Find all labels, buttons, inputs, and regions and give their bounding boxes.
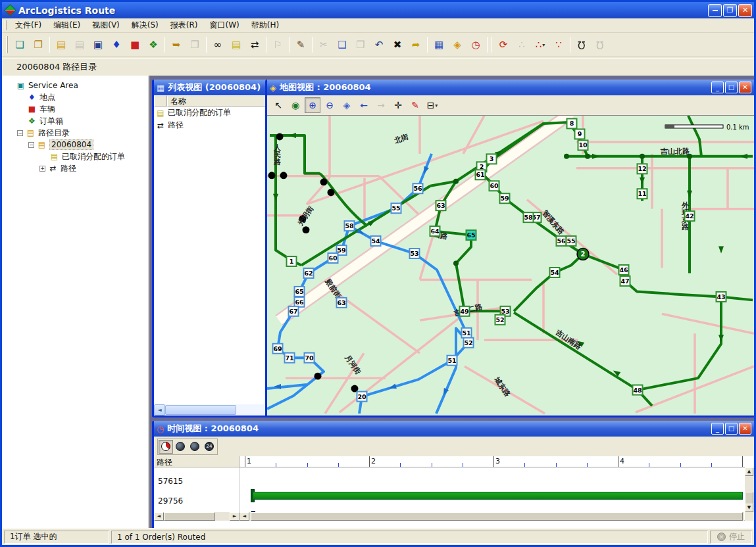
- assign-orders-button[interactable]: ➥: [168, 37, 185, 53]
- toolbar-grip[interactable]: [6, 36, 8, 53]
- zoom-in-button[interactable]: ⊕: [305, 97, 320, 113]
- stop-marker-69[interactable]: 69: [273, 344, 283, 354]
- stop-marker-8[interactable]: 8: [567, 118, 577, 128]
- tree-item-locations[interactable]: ♦地点: [2, 91, 148, 103]
- stop-marker-49[interactable]: 49: [460, 306, 470, 316]
- pan-hand-button[interactable]: ✛: [390, 97, 406, 113]
- undo-button[interactable]: ↶: [370, 37, 388, 53]
- scroll-up-icon[interactable]: ▲: [745, 467, 753, 476]
- stop-marker-66[interactable]: 66: [295, 297, 305, 307]
- delete-button[interactable]: ✖: [389, 37, 406, 53]
- tree-expander-icon[interactable]: +: [39, 166, 45, 172]
- scale-quarter-button[interactable]: [159, 440, 173, 454]
- orders-box-button[interactable]: ❖: [145, 37, 162, 53]
- vehicles-button[interactable]: ■: [126, 37, 143, 53]
- stop-marker-60[interactable]: 60: [490, 181, 499, 191]
- stop-marker-48[interactable]: 48: [633, 385, 643, 395]
- stop-button[interactable]: ✕ 停止: [710, 531, 752, 544]
- time-close-button[interactable]: ✕: [739, 423, 751, 435]
- scroll-left-icon[interactable]: ◄: [154, 512, 164, 521]
- menu-item-view[interactable]: 视图(V): [86, 18, 126, 33]
- stop-marker-59[interactable]: 59: [500, 193, 510, 203]
- map-close-button[interactable]: ✕: [739, 82, 751, 93]
- stop-marker-46[interactable]: 46: [619, 265, 629, 275]
- build-routes-button[interactable]: ⟳: [495, 37, 512, 53]
- stop-marker-10[interactable]: 10: [578, 140, 588, 150]
- restore-button[interactable]: ❐: [723, 4, 737, 17]
- zoom-to-selection-button[interactable]: ◈: [339, 97, 355, 113]
- scroll-down-icon[interactable]: ▼: [745, 504, 753, 512]
- find-button[interactable]: ∞: [209, 37, 226, 53]
- tree-item-label[interactable]: 订单箱: [39, 116, 63, 127]
- unassigned-stop-dot[interactable]: [320, 178, 328, 185]
- stop-marker-58[interactable]: 58: [345, 221, 355, 231]
- unassigned-stop-dot[interactable]: [328, 189, 335, 196]
- time-minimize-button[interactable]: _: [711, 423, 724, 435]
- paste-button[interactable]: ❒: [352, 37, 369, 53]
- stop-marker-65[interactable]: 65: [295, 287, 305, 297]
- scale-half-button[interactable]: [173, 440, 188, 454]
- cut-button[interactable]: ✂: [315, 37, 332, 53]
- stop-marker-1[interactable]: 1: [287, 256, 297, 266]
- full-extent-globe-button[interactable]: ◉: [288, 97, 303, 113]
- stop-marker-55[interactable]: 55: [567, 236, 576, 246]
- routes-column-header[interactable]: 路径: [154, 456, 239, 467]
- list-horizontal-scrollbar[interactable]: ◄: [154, 404, 266, 416]
- move-to-folder-button[interactable]: ➦: [407, 37, 424, 53]
- draw-pencil-button[interactable]: ✎: [407, 97, 423, 113]
- menu-item-file[interactable]: 文件(F): [9, 18, 47, 33]
- minimize-button[interactable]: [708, 4, 722, 17]
- stop-marker-61[interactable]: 61: [476, 170, 486, 179]
- lock-button[interactable]: Ω: [573, 37, 590, 53]
- stop-marker-47[interactable]: 47: [620, 276, 630, 286]
- properties-button[interactable]: ✎: [292, 37, 309, 53]
- time-maximize-button[interactable]: □: [725, 423, 738, 435]
- map-view-titlebar[interactable]: ◈ 地图视图 : 20060804 _ □ ✕: [267, 80, 754, 95]
- tree-item-label[interactable]: 已取消分配的订单: [62, 151, 125, 162]
- tree-item-folder-20060804[interactable]: −▤20060804: [2, 139, 148, 151]
- route-row-label[interactable]: 29756: [158, 496, 183, 506]
- stop-marker-56[interactable]: 56: [557, 236, 567, 246]
- route-selection-button[interactable]: ∴▾: [532, 37, 549, 53]
- routes-pane-scrollbar[interactable]: ◄ ►: [154, 512, 239, 521]
- forward-extent-button[interactable]: →: [373, 97, 389, 113]
- back-extent-button[interactable]: ←: [356, 97, 372, 113]
- import-orders-button[interactable]: ❐: [186, 37, 203, 53]
- menu-item-help[interactable]: 帮助(H): [245, 18, 285, 33]
- reselect-button[interactable]: ∵: [550, 37, 567, 53]
- stop-marker-62[interactable]: 62: [304, 268, 314, 278]
- stop-marker-70[interactable]: 70: [305, 353, 315, 363]
- stop-marker-52[interactable]: 52: [464, 338, 474, 348]
- time-view-titlebar[interactable]: ◷ 时间视图 : 20060804 _ □ ✕: [154, 421, 754, 437]
- list-view-titlebar[interactable]: ▦ 列表视图 (20060804): [154, 80, 266, 95]
- unassigned-stop-dot[interactable]: [268, 172, 276, 179]
- menu-item-edit[interactable]: 编辑(E): [47, 18, 86, 33]
- stop-marker-51[interactable]: 51: [447, 356, 457, 366]
- menu-grip[interactable]: [5, 20, 7, 30]
- routes-scroll-thumb[interactable]: [164, 512, 215, 521]
- stop-marker-54[interactable]: 54: [371, 236, 381, 246]
- list-scroll-thumb[interactable]: [165, 405, 236, 415]
- tree-item-vehicles[interactable]: ■车辆: [2, 103, 148, 115]
- stop-marker-11[interactable]: 11: [638, 189, 647, 199]
- map-minimize-button[interactable]: _: [711, 82, 724, 93]
- stop-marker-64[interactable]: 64: [430, 226, 440, 236]
- tree-item-routes-folder[interactable]: −▤路径目录: [2, 127, 148, 139]
- scale-24-hour-button[interactable]: 24: [202, 440, 216, 454]
- map-maximize-button[interactable]: □: [725, 82, 738, 93]
- map-view-button[interactable]: ◈: [449, 37, 466, 53]
- gantt-pane[interactable]: [239, 467, 745, 512]
- route-gantt-bar[interactable]: [253, 492, 743, 500]
- route-row-label[interactable]: 57615: [158, 477, 183, 486]
- stop-marker-2[interactable]: 2: [577, 249, 589, 260]
- tree-item-unassigned-orders[interactable]: ▤已取消分配的订单: [2, 151, 148, 162]
- list-header-name[interactable]: 名称: [167, 95, 266, 107]
- unlock-button[interactable]: Ω: [592, 37, 609, 53]
- unassigned-stop-dot[interactable]: [276, 133, 284, 140]
- select-pointer-button[interactable]: ↖: [270, 97, 286, 113]
- tree-item-label[interactable]: 车辆: [39, 104, 55, 115]
- stop-marker-63[interactable]: 63: [337, 298, 347, 308]
- scale-hour-button[interactable]: [188, 440, 202, 454]
- stop-marker-56[interactable]: 56: [413, 183, 423, 193]
- stop-marker-42[interactable]: 42: [685, 211, 695, 221]
